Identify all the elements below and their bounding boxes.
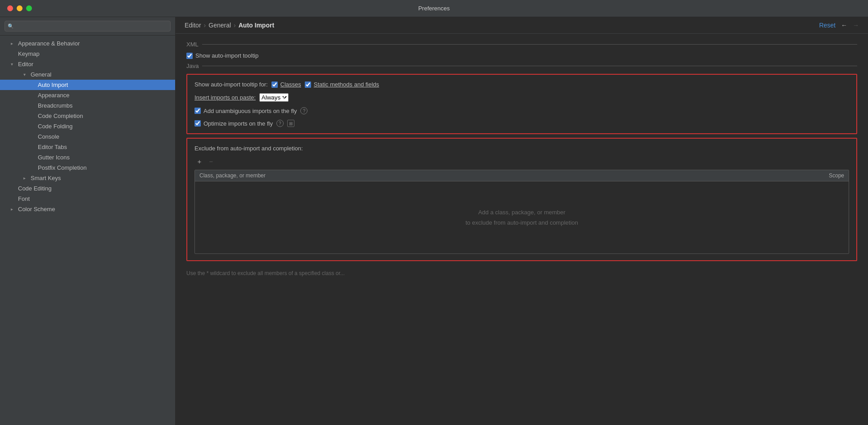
search-icon: 🔍 — [8, 23, 14, 29]
exclude-toolbar: + − — [194, 156, 849, 166]
sidebar: 🔍 Appearance & Behavior Keymap Editor — [0, 17, 176, 425]
sidebar-item-font[interactable]: Font — [0, 194, 175, 204]
breadcrumb-sep2: › — [234, 22, 236, 29]
xml-show-tooltip-label[interactable]: Show auto-import tooltip — [186, 52, 258, 59]
classes-checkbox[interactable] — [271, 81, 278, 88]
remove-exclude-button[interactable]: − — [206, 156, 216, 166]
sidebar-item-label: Console — [38, 133, 59, 140]
xml-show-tooltip-row: Show auto-import tooltip — [186, 52, 857, 59]
header-actions: Reset ← → — [819, 22, 859, 29]
add-unambiguous-checkbox[interactable] — [194, 108, 201, 114]
sidebar-item-code-editing[interactable]: Code Editing — [0, 183, 175, 194]
breadcrumb-general: General — [208, 22, 231, 29]
sidebar-item-label: Code Completion — [38, 113, 83, 119]
sidebar-item-code-folding[interactable]: Code Folding — [0, 121, 175, 131]
static-methods-checkbox[interactable] — [305, 81, 311, 88]
insert-imports-select[interactable]: Ask Always Never — [259, 93, 289, 102]
sidebar-item-label: General — [31, 71, 51, 78]
optimize-imports-row: Optimize imports on the fly ? ⊞ — [194, 120, 849, 127]
sidebar-search-container: 🔍 — [0, 17, 175, 36]
java-section-label: Java — [186, 63, 857, 69]
reset-button[interactable]: Reset — [819, 22, 836, 29]
sidebar-item-gutter-icons[interactable]: Gutter Icons — [0, 152, 175, 163]
breadcrumb: Editor › General › Auto Import — [185, 22, 274, 29]
sidebar-item-editor-tabs[interactable]: Editor Tabs — [0, 142, 175, 152]
table-empty-state: Add a class, package, or member to exclu… — [195, 181, 849, 253]
java-section: Java Show auto-import tooltip for: Class… — [186, 63, 857, 261]
classes-text: Classes — [280, 81, 301, 88]
sidebar-item-breadcrumbs[interactable]: Breadcrumbs — [0, 100, 175, 111]
sidebar-item-label: Font — [18, 195, 30, 202]
chevron-icon — [11, 41, 17, 46]
insert-imports-label: Insert imports on paste: — [194, 94, 256, 101]
sidebar-item-color-scheme[interactable]: Color Scheme — [0, 204, 175, 214]
exclude-label: Exclude from auto-import and completion: — [194, 145, 849, 152]
chevron-icon — [23, 176, 30, 181]
sidebar-item-smart-keys[interactable]: Smart Keys — [0, 173, 175, 183]
insert-imports-row: Insert imports on paste: Ask Always Neve… — [194, 93, 849, 102]
sidebar-item-console[interactable]: Console — [0, 131, 175, 142]
sidebar-item-postfix-completion[interactable]: Postfix Completion — [0, 163, 175, 173]
main-layout: 🔍 Appearance & Behavior Keymap Editor — [0, 17, 868, 425]
add-unambiguous-row: Add unambiguous imports on the fly ? — [194, 107, 849, 114]
sidebar-item-label: Auto Import — [38, 81, 68, 88]
content-header: Editor › General › Auto Import Reset ← → — [176, 17, 868, 34]
sidebar-item-label: Breadcrumbs — [38, 102, 72, 109]
optimize-imports-detail-icon[interactable]: ⊞ — [287, 120, 294, 127]
sidebar-item-label: Gutter Icons — [38, 154, 70, 161]
sidebar-item-code-completion[interactable]: Code Completion — [0, 111, 175, 121]
maximize-button[interactable] — [26, 5, 32, 11]
table-header-row: Class, package, or member Scope — [195, 170, 849, 181]
minimize-button[interactable] — [17, 5, 23, 11]
optimize-imports-help-icon[interactable]: ? — [276, 120, 284, 127]
static-methods-label[interactable]: Static methods and fields — [305, 81, 379, 88]
sidebar-item-keymap[interactable]: Keymap — [0, 49, 175, 59]
add-unambiguous-text: Add unambiguous imports on the fly — [203, 108, 297, 114]
classes-label[interactable]: Classes — [271, 81, 301, 88]
sidebar-item-label: Editor — [18, 61, 33, 68]
add-unambiguous-label[interactable]: Add unambiguous imports on the fly — [194, 108, 297, 114]
content-body: XML Show auto-import tooltip Java Show a… — [176, 34, 868, 425]
sidebar-tree: Appearance & Behavior Keymap Editor Gene… — [0, 36, 175, 425]
empty-line2: to exclude from auto-import and completi… — [466, 217, 578, 228]
sidebar-item-editor[interactable]: Editor — [0, 59, 175, 69]
empty-line1: Add a class, package, or member — [478, 207, 565, 217]
xml-show-tooltip-checkbox[interactable] — [186, 53, 193, 59]
forward-button[interactable]: → — [853, 22, 859, 29]
xml-show-tooltip-text: Show auto-import tooltip — [195, 52, 258, 59]
sidebar-item-appearance[interactable]: Appearance — [0, 90, 175, 100]
sidebar-item-label: Keymap — [18, 50, 40, 57]
show-tooltip-label: Show auto-import tooltip for: — [194, 81, 268, 88]
add-unambiguous-help-icon[interactable]: ? — [300, 107, 307, 114]
show-tooltip-row: Show auto-import tooltip for: Classes St… — [194, 81, 849, 88]
xml-section-label: XML — [186, 41, 857, 48]
close-button[interactable] — [7, 5, 13, 11]
sidebar-item-label: Appearance — [38, 92, 69, 99]
insert-imports-select-container: Ask Always Never — [259, 93, 289, 102]
search-input[interactable] — [5, 21, 171, 32]
sidebar-item-label: Postfix Completion — [38, 164, 86, 171]
col-scope-header: Scope — [804, 170, 849, 181]
optimize-imports-text: Optimize imports on the fly — [203, 120, 273, 127]
breadcrumb-editor: Editor — [185, 22, 201, 29]
add-exclude-button[interactable]: + — [194, 156, 204, 166]
optimize-imports-checkbox[interactable] — [194, 120, 201, 127]
sidebar-item-appearance-behavior[interactable]: Appearance & Behavior — [0, 38, 175, 49]
bottom-note: Use the * wildcard to exclude all member… — [186, 270, 857, 276]
sidebar-item-label: Editor Tabs — [38, 144, 67, 150]
sidebar-item-label: Appearance & Behavior — [18, 40, 80, 47]
exclude-box: Exclude from auto-import and completion:… — [186, 138, 857, 261]
search-wrap: 🔍 — [5, 21, 171, 32]
sidebar-item-auto-import[interactable]: Auto Import — [0, 80, 175, 90]
back-button[interactable]: ← — [841, 22, 847, 29]
col-class-header: Class, package, or member — [195, 170, 804, 181]
sidebar-item-label: Smart Keys — [31, 175, 61, 181]
java-options-box: Show auto-import tooltip for: Classes St… — [186, 74, 857, 134]
optimize-imports-label[interactable]: Optimize imports on the fly — [194, 120, 273, 127]
chevron-icon — [11, 207, 17, 212]
window-controls — [7, 5, 32, 11]
sidebar-item-general[interactable]: General — [0, 69, 175, 80]
chevron-icon — [23, 72, 30, 77]
sidebar-item-label: Color Scheme — [18, 206, 55, 212]
static-methods-text: Static methods and fields — [314, 81, 379, 88]
